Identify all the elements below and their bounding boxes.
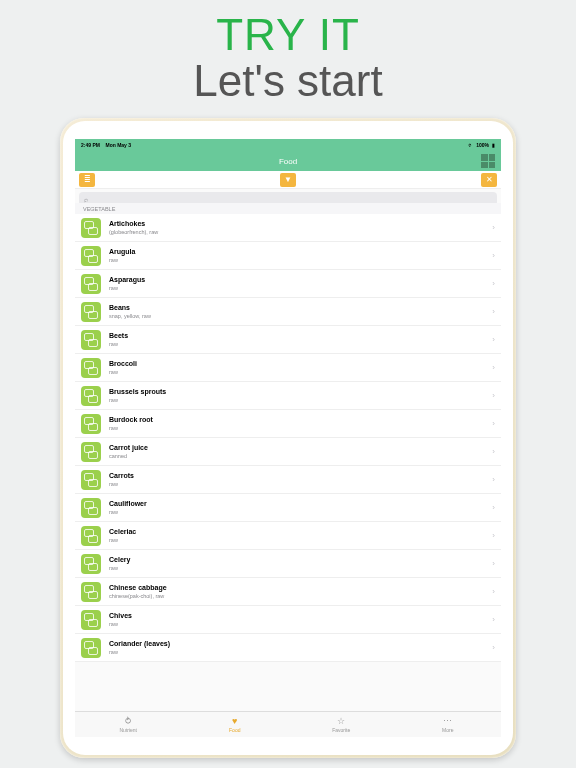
row-subtitle: snap, yellow, raw (109, 313, 488, 319)
row-text: Beanssnap, yellow, raw (109, 304, 488, 319)
app-screen: 2:49 PM Mon May 3 ᯤ 100% ▮ Food ≣ ▼ (75, 139, 501, 737)
row-text: Carrotsraw (109, 472, 488, 487)
page-title: Food (279, 157, 297, 166)
sort-button[interactable]: ≣ (79, 173, 95, 187)
row-subtitle: raw (109, 621, 488, 627)
chevron-right-icon: › (488, 419, 495, 428)
row-text: Celeryraw (109, 556, 488, 571)
food-thumb-icon (81, 526, 101, 546)
food-list: Artichokes(globeorfrench), raw›Arugulara… (75, 214, 501, 662)
food-thumb-icon (81, 218, 101, 238)
list-item[interactable]: Artichokes(globeorfrench), raw› (75, 214, 501, 242)
row-subtitle: raw (109, 537, 488, 543)
row-subtitle: raw (109, 341, 488, 347)
list-item[interactable]: Broccoliraw› (75, 354, 501, 382)
list-item[interactable]: Burdock rootraw› (75, 410, 501, 438)
chevron-right-icon: › (488, 391, 495, 400)
sort-icon: ≣ (84, 175, 91, 184)
list-item[interactable]: Carrot juicecanned› (75, 438, 501, 466)
row-text: Brussels sproutsraw (109, 388, 488, 403)
food-thumb-icon (81, 442, 101, 462)
row-text: Arugularaw (109, 248, 488, 263)
food-thumb-icon (81, 386, 101, 406)
tablet-frame: 2:49 PM Mon May 3 ᯤ 100% ▮ Food ≣ ▼ (60, 118, 516, 758)
list-item[interactable]: Celeryraw› (75, 550, 501, 578)
chevron-right-icon: › (488, 279, 495, 288)
grid-view-button[interactable] (481, 154, 495, 168)
row-title: Arugula (109, 248, 488, 256)
battery-percent: 100% (476, 142, 489, 148)
close-button[interactable]: ✕ (481, 173, 497, 187)
food-thumb-icon (81, 610, 101, 630)
chevron-right-icon: › (488, 307, 495, 316)
row-title: Carrots (109, 472, 488, 480)
tab-label: Nutrient (119, 727, 137, 733)
tab-nutrient[interactable]: ⥁Nutrient (75, 712, 182, 737)
row-title: Beets (109, 332, 488, 340)
status-bar: 2:49 PM Mon May 3 ᯤ 100% ▮ (75, 139, 501, 151)
row-title: Chives (109, 612, 488, 620)
list-item[interactable]: Cauliflowerraw› (75, 494, 501, 522)
tab-icon: ⋯ (443, 717, 452, 726)
food-thumb-icon (81, 358, 101, 378)
tab-icon: ⥁ (125, 717, 131, 726)
list-item[interactable]: Beanssnap, yellow, raw› (75, 298, 501, 326)
tab-bar: ⥁Nutrient♥Food☆Favorite⋯More (75, 711, 501, 737)
status-left: 2:49 PM Mon May 3 (81, 142, 131, 148)
list-item[interactable]: Carrotsraw› (75, 466, 501, 494)
list-item[interactable]: Coriander (leaves)raw› (75, 634, 501, 662)
tab-label: More (442, 727, 453, 733)
row-subtitle: canned (109, 453, 488, 459)
search-icon: ⌕ (84, 196, 88, 203)
chevron-right-icon: › (488, 531, 495, 540)
food-thumb-icon (81, 246, 101, 266)
status-right: ᯤ 100% ▮ (468, 142, 495, 148)
tab-more[interactable]: ⋯More (395, 712, 502, 737)
row-subtitle: raw (109, 257, 488, 263)
row-title: Burdock root (109, 416, 488, 424)
tab-icon: ☆ (337, 717, 345, 726)
row-text: Chinese cabbagechinese(pak-choi), raw (109, 584, 488, 599)
row-subtitle: (globeorfrench), raw (109, 229, 488, 235)
food-thumb-icon (81, 554, 101, 574)
food-thumb-icon (81, 414, 101, 434)
row-subtitle: chinese(pak-choi), raw (109, 593, 488, 599)
row-text: Chivesraw (109, 612, 488, 627)
list-item[interactable]: Chinese cabbagechinese(pak-choi), raw› (75, 578, 501, 606)
filter-button[interactable]: ▼ (280, 173, 296, 187)
list-item[interactable]: Brussels sproutsraw› (75, 382, 501, 410)
row-subtitle: raw (109, 565, 488, 571)
row-text: Cauliflowerraw (109, 500, 488, 515)
battery-icon: ▮ (492, 142, 495, 148)
row-text: Asparagusraw (109, 276, 488, 291)
chevron-right-icon: › (488, 643, 495, 652)
row-title: Cauliflower (109, 500, 488, 508)
tab-label: Food (229, 727, 240, 733)
list-item[interactable]: Chivesraw› (75, 606, 501, 634)
list-item[interactable]: Celeriacraw› (75, 522, 501, 550)
chevron-right-icon: › (488, 447, 495, 456)
nav-bar: Food (75, 151, 501, 171)
chevron-right-icon: › (488, 503, 495, 512)
hero-title: TRY IT (0, 10, 576, 60)
list-item[interactable]: Asparagusraw› (75, 270, 501, 298)
list-item[interactable]: Beetsraw› (75, 326, 501, 354)
row-title: Celeriac (109, 528, 488, 536)
hero-banner: TRY IT Let's start (0, 0, 576, 106)
row-subtitle: raw (109, 369, 488, 375)
food-list-scroll[interactable]: VEGETABLE Artichokes(globeorfrench), raw… (75, 203, 501, 711)
food-thumb-icon (81, 582, 101, 602)
food-thumb-icon (81, 274, 101, 294)
status-date: Mon May 3 (105, 142, 131, 148)
close-icon: ✕ (486, 175, 493, 184)
toolbar: ≣ ▼ ✕ (75, 171, 501, 189)
food-thumb-icon (81, 302, 101, 322)
tablet-bezel: 2:49 PM Mon May 3 ᯤ 100% ▮ Food ≣ ▼ (63, 121, 513, 755)
row-text: Burdock rootraw (109, 416, 488, 431)
row-title: Carrot juice (109, 444, 488, 452)
tab-food[interactable]: ♥Food (182, 712, 289, 737)
list-item[interactable]: Arugularaw› (75, 242, 501, 270)
tab-favorite[interactable]: ☆Favorite (288, 712, 395, 737)
chevron-right-icon: › (488, 251, 495, 260)
chevron-right-icon: › (488, 363, 495, 372)
